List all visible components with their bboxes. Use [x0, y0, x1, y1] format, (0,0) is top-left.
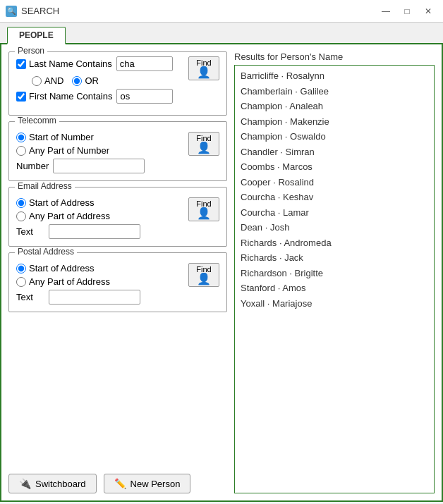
postal-find-button[interactable]: Find 👤 [188, 263, 219, 287]
telecomm-body: Start of Number Any Part of Number Numbe… [16, 132, 219, 173]
title-bar-title: SEARCH [21, 6, 59, 16]
new-person-button[interactable]: ✏️ New Person [104, 474, 191, 493]
or-radio-label[interactable]: OR [72, 75, 99, 86]
postal-any-radio[interactable] [16, 277, 26, 287]
first-name-checkbox[interactable] [16, 92, 26, 102]
and-radio-label[interactable]: AND [32, 75, 63, 86]
email-section: Email Address Start of Address Any Part … [8, 187, 227, 247]
email-text-label: Text [16, 226, 44, 237]
title-bar-controls: — □ ✕ [377, 4, 437, 18]
telecomm-any-label[interactable]: Any Part of Number [16, 145, 109, 156]
email-any-radio[interactable] [16, 211, 26, 221]
postal-body: Start of Address Any Part of Address Tex… [16, 263, 219, 305]
switchboard-button[interactable]: 🔌 Switchboard [8, 474, 97, 493]
email-start-radio[interactable] [16, 198, 26, 208]
telecomm-inputs: Start of Number Any Part of Number Numbe… [16, 132, 184, 173]
telecomm-number-label: Number [16, 161, 49, 171]
and-radio[interactable] [32, 76, 42, 86]
results-list[interactable]: Barricliffe · RosalynnChamberlain · Gali… [234, 65, 435, 493]
result-item[interactable]: Richardson · Brigitte [239, 266, 430, 281]
tab-bar: PEOPLE [0, 23, 443, 44]
result-item[interactable]: Richards · Andromeda [239, 235, 430, 251]
first-name-input[interactable] [116, 89, 173, 104]
first-name-row: First Name Contains [16, 89, 184, 104]
result-item[interactable]: Champion · Makenzie [239, 114, 430, 130]
postal-inputs: Start of Address Any Part of Address Tex… [16, 263, 184, 305]
result-item[interactable]: Barricliffe · Rosalynn [239, 68, 430, 84]
postal-start-radio[interactable] [16, 264, 26, 273]
first-name-label: First Name Contains [29, 91, 112, 102]
postal-start-row: Start of Address [16, 263, 184, 273]
first-name-checkbox-label[interactable]: First Name Contains [16, 91, 112, 102]
telecomm-start-text: Start of Number [29, 132, 94, 142]
result-item[interactable]: Chamberlain · Galilee [239, 84, 430, 99]
new-person-label: New Person [131, 479, 181, 489]
postal-any-row: Any Part of Address [16, 276, 184, 287]
right-panel: Results for Person's Name Barricliffe · … [234, 51, 435, 493]
person-find-button[interactable]: Find 👤 [188, 56, 219, 80]
result-item[interactable]: Chandler · Simran [239, 145, 430, 160]
telecomm-find-button[interactable]: Find 👤 [188, 132, 219, 156]
telecomm-start-radio[interactable] [16, 133, 26, 142]
title-bar: 🔍 SEARCH — □ ✕ [0, 0, 443, 23]
telecomm-start-label[interactable]: Start of Number [16, 132, 94, 142]
app-icon: 🔍 [6, 6, 17, 17]
maximize-button[interactable]: □ [398, 4, 416, 18]
email-start-row: Start of Address [16, 197, 184, 208]
tab-people[interactable]: PEOPLE [7, 27, 66, 44]
postal-text-input[interactable] [49, 290, 140, 305]
email-find-button[interactable]: Find 👤 [188, 197, 219, 221]
switchboard-label: Switchboard [35, 479, 86, 489]
telecomm-find-icon: 👤 [197, 142, 211, 154]
email-text-row: Text [16, 224, 184, 239]
postal-legend: Postal Address [15, 247, 77, 257]
telecomm-any-radio[interactable] [16, 146, 26, 156]
telecomm-number-row: Number [16, 159, 184, 173]
person-find-icon: 👤 [197, 67, 211, 78]
close-button[interactable]: ✕ [419, 4, 437, 18]
minimize-button[interactable]: — [377, 4, 395, 18]
new-person-icon: ✏️ [114, 478, 126, 489]
email-legend: Email Address [15, 181, 75, 191]
result-item[interactable]: Champion · Analeah [239, 99, 430, 114]
email-find-icon: 👤 [197, 208, 211, 219]
and-or-group: AND OR [32, 75, 184, 86]
email-inputs: Start of Address Any Part of Address Tex… [16, 197, 184, 239]
result-item[interactable]: Champion · Oswaldo [239, 129, 430, 145]
telecomm-legend: Telecomm [15, 116, 59, 125]
result-item[interactable]: Courcha · Keshav [239, 190, 430, 205]
person-inputs: Last Name Contains AND OR [16, 56, 184, 108]
telecomm-section: Telecomm Start of Number Any Part of Num… [8, 121, 227, 181]
postal-any-text: Any Part of Address [29, 276, 110, 287]
email-any-label[interactable]: Any Part of Address [16, 211, 110, 221]
email-text-input[interactable] [49, 224, 140, 239]
result-item[interactable]: Coombs · Marcos [239, 159, 430, 175]
person-legend: Person [15, 46, 47, 56]
email-start-text: Start of Address [29, 197, 95, 208]
main-content: Person Last Name Contains AND [0, 44, 443, 502]
last-name-input[interactable] [116, 56, 173, 71]
postal-text-label: Text [16, 292, 44, 302]
last-name-checkbox-label[interactable]: Last Name Contains [16, 59, 112, 69]
postal-start-label[interactable]: Start of Address [16, 263, 95, 273]
email-start-label[interactable]: Start of Address [16, 197, 95, 208]
postal-any-label[interactable]: Any Part of Address [16, 276, 110, 287]
result-item[interactable]: Cooper · Rosalind [239, 175, 430, 190]
last-name-checkbox[interactable] [16, 59, 26, 69]
or-radio[interactable] [72, 76, 82, 86]
last-name-row: Last Name Contains [16, 56, 184, 71]
result-item[interactable]: Stanford · Amos [239, 281, 430, 296]
telecomm-number-input[interactable] [53, 159, 145, 173]
result-item[interactable]: Yoxall · Mariajose [239, 296, 430, 312]
result-item[interactable]: Dean · Josh [239, 220, 430, 235]
result-item[interactable]: Richards · Jack [239, 250, 430, 266]
switchboard-icon: 🔌 [19, 478, 31, 489]
bottom-buttons: 🔌 Switchboard ✏️ New Person [8, 474, 227, 493]
title-bar-left: 🔍 SEARCH [6, 6, 59, 17]
person-section: Person Last Name Contains AND [8, 51, 227, 116]
person-rows-container: Last Name Contains AND OR [16, 56, 219, 108]
postal-section: Postal Address Start of Address Any Part… [8, 252, 227, 312]
last-name-label: Last Name Contains [29, 59, 112, 69]
telecomm-start-row: Start of Number [16, 132, 184, 142]
result-item[interactable]: Courcha · Lamar [239, 205, 430, 221]
